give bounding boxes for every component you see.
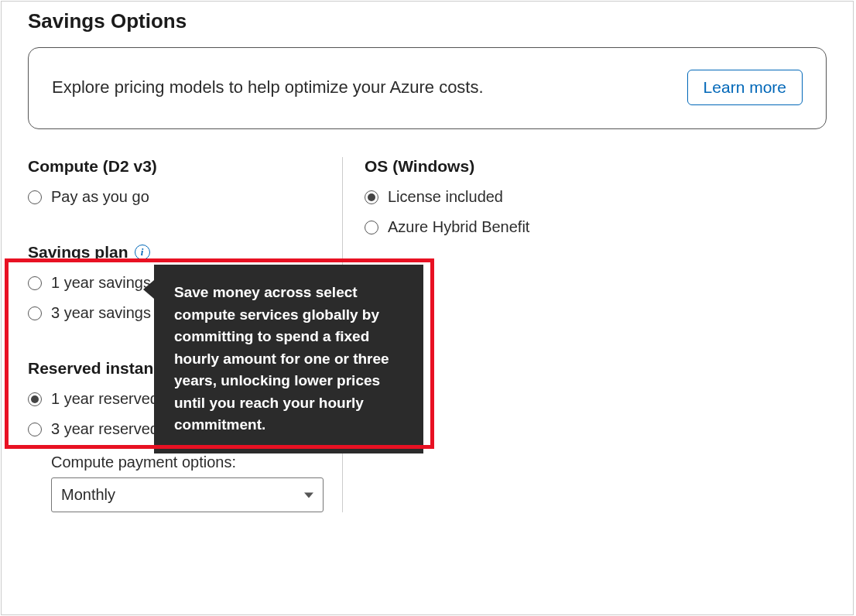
savings-plan-tooltip: Save money across select compute service…	[154, 265, 423, 453]
radio-label: License included	[388, 188, 503, 206]
payment-select-wrap: Monthly	[51, 477, 324, 512]
compute-heading-text: Compute (D2 v3)	[28, 157, 157, 176]
os-heading-text: OS (Windows)	[365, 157, 474, 176]
page-title: Savings Options	[28, 9, 827, 33]
radio-icon	[365, 221, 378, 234]
radio-icon	[28, 423, 42, 436]
radio-label: 3 year savings p	[51, 304, 164, 322]
radio-pay-as-you-go[interactable]: Pay as you go	[28, 188, 320, 206]
os-heading: OS (Windows)	[365, 157, 827, 176]
radio-license-included[interactable]: License included	[365, 188, 827, 206]
radio-icon	[28, 392, 42, 406]
chevron-down-icon	[304, 492, 313, 498]
payment-select[interactable]: Monthly	[51, 477, 324, 512]
banner-text: Explore pricing models to help optimize …	[52, 77, 484, 98]
radio-azure-hybrid-benefit[interactable]: Azure Hybrid Benefit	[365, 218, 827, 236]
payment-select-value: Monthly	[61, 486, 115, 503]
explore-banner: Explore pricing models to help optimize …	[28, 47, 827, 129]
info-icon[interactable]: i	[135, 245, 150, 260]
compute-heading: Compute (D2 v3)	[28, 157, 320, 176]
radio-label: Pay as you go	[51, 188, 149, 206]
payment-options-label: Compute payment options:	[51, 453, 320, 471]
radio-icon	[28, 190, 42, 204]
savings-plan-heading: Savings plan i	[28, 243, 320, 262]
reserved-heading-text: Reserved instan	[28, 359, 153, 378]
savings-plan-heading-text: Savings plan	[28, 243, 128, 262]
savings-options-panel: Savings Options Explore pricing models t…	[1, 1, 854, 615]
radio-icon	[365, 190, 378, 204]
columns-region: Compute (D2 v3) Pay as you go Savings pl…	[28, 157, 827, 512]
radio-icon	[28, 276, 42, 290]
radio-icon	[28, 306, 42, 320]
radio-label: Azure Hybrid Benefit	[388, 218, 529, 236]
learn-more-button[interactable]: Learn more	[687, 70, 803, 105]
